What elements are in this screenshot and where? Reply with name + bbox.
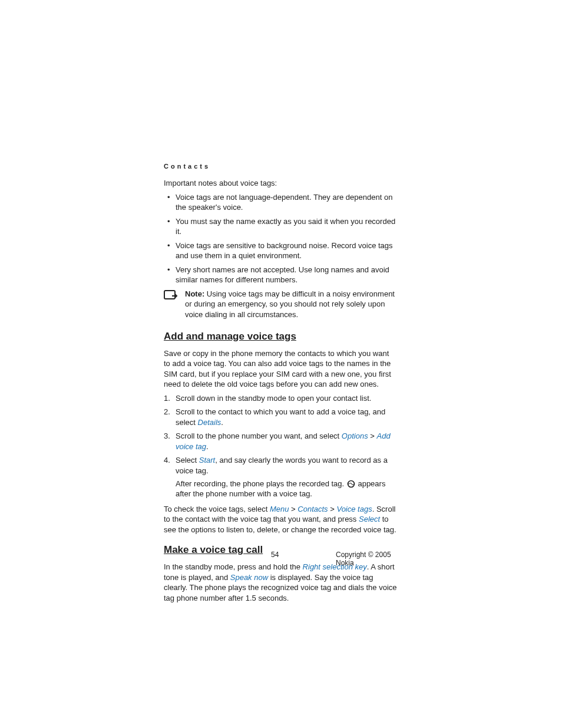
link-options[interactable]: Options [342, 431, 368, 440]
link-select[interactable]: Select [359, 515, 380, 523]
text: In the standby mode, press and hold the [164, 562, 303, 571]
note-block: Note: Using voice tags may be difficult … [164, 289, 397, 320]
svg-rect-0 [164, 291, 175, 299]
step-text: . [206, 442, 209, 451]
voice-tags-notes-list: Voice tags are not language-dependent. T… [164, 192, 397, 285]
list-item: Scroll to the phone number you want, and… [164, 431, 397, 452]
note-text: Note: Using voice tags may be difficult … [185, 289, 397, 320]
step-text: Select [176, 456, 199, 465]
separator: > [289, 505, 297, 513]
note-content: Using voice tags may be difficult in a n… [185, 289, 395, 319]
link-voice-tags[interactable]: Voice tags [336, 505, 372, 513]
link-details[interactable]: Details [198, 418, 222, 427]
note-label: Note: [185, 289, 204, 298]
separator: > [328, 505, 337, 513]
copyright-text: Copyright © 2005 Nokia [336, 551, 397, 567]
page-number: 54 [271, 551, 279, 559]
intro-paragraph: Important notes about voice tags: [164, 178, 397, 189]
list-item: Voice tags are not language-dependent. T… [164, 192, 397, 213]
text: To check the voice tags, select [164, 505, 270, 513]
step-text: Scroll to the phone number you want, and… [176, 431, 342, 440]
list-item: Very short names are not accepted. Use l… [164, 265, 397, 285]
list-item: You must say the name exactly as you sai… [164, 216, 397, 237]
heading-add-manage: Add and manage voice tags [164, 331, 397, 342]
link-contacts[interactable]: Contacts [297, 505, 328, 513]
section-header: Contacts [164, 163, 397, 170]
step-text: Scroll down in the standby mode to open … [176, 394, 371, 403]
step-subtext: After recording, the phone plays the rec… [176, 479, 397, 499]
steps-list: Scroll down in the standby mode to open … [164, 393, 397, 499]
link-start[interactable]: Start [199, 456, 215, 465]
add-intro-paragraph: Save or copy in the phone memory the con… [164, 348, 397, 390]
list-item: Select Start, and say clearly the words … [164, 455, 397, 499]
link-menu[interactable]: Menu [270, 505, 289, 513]
note-icon [164, 289, 185, 320]
check-paragraph: To check the voice tags, select Menu > C… [164, 504, 397, 535]
document-page: Contacts Important notes about voice tag… [0, 0, 562, 728]
svg-point-2 [348, 483, 349, 484]
separator: > [368, 431, 377, 440]
link-speak-now[interactable]: Speak now [230, 573, 268, 582]
list-item: Scroll down in the standby mode to open … [164, 393, 397, 404]
text: After recording, the phone plays the rec… [176, 479, 346, 488]
call-paragraph: In the standby mode, press and hold the … [164, 562, 397, 603]
list-item: Scroll to the contact to which you want … [164, 407, 397, 427]
list-item: Voice tags are sensitive to background n… [164, 241, 397, 261]
step-text: . [221, 418, 223, 427]
voice-tag-icon [346, 480, 356, 488]
